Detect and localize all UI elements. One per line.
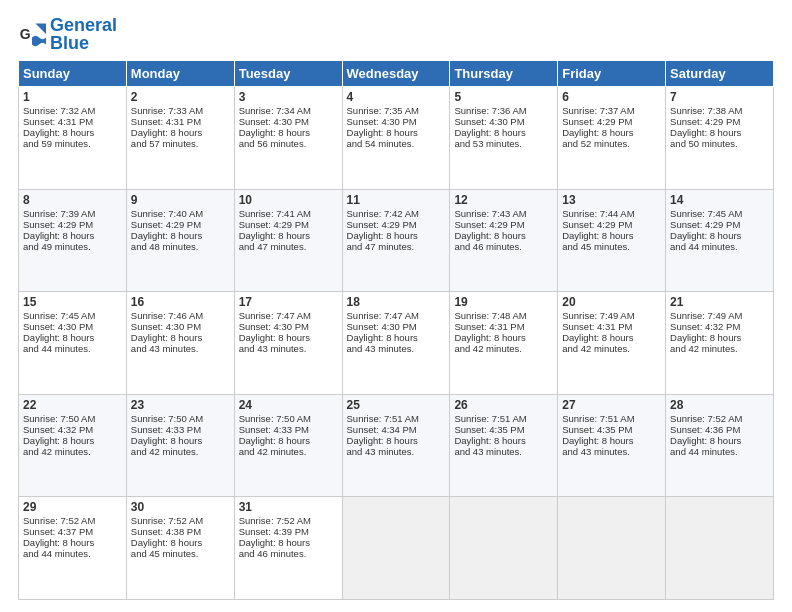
calendar-cell: 10Sunrise: 7:41 AMSunset: 4:29 PMDayligh… [234, 189, 342, 292]
day-number: 28 [670, 398, 769, 412]
calendar-cell: 1Sunrise: 7:32 AMSunset: 4:31 PMDaylight… [19, 87, 127, 190]
logo-icon: G [18, 20, 46, 48]
day-info-line: Daylight: 8 hours [454, 230, 553, 241]
day-number: 18 [347, 295, 446, 309]
day-info-line: Daylight: 8 hours [347, 332, 446, 343]
day-info-line: and 48 minutes. [131, 241, 230, 252]
day-info-line: Sunrise: 7:33 AM [131, 105, 230, 116]
day-info-line: and 46 minutes. [454, 241, 553, 252]
day-info-line: Sunrise: 7:40 AM [131, 208, 230, 219]
day-info-line: Daylight: 8 hours [23, 332, 122, 343]
day-info-line: and 43 minutes. [562, 446, 661, 457]
day-number: 5 [454, 90, 553, 104]
day-info-line: Sunrise: 7:51 AM [454, 413, 553, 424]
day-info-line: Sunrise: 7:50 AM [131, 413, 230, 424]
day-info-line: Sunrise: 7:52 AM [131, 515, 230, 526]
day-number: 17 [239, 295, 338, 309]
calendar-cell: 28Sunrise: 7:52 AMSunset: 4:36 PMDayligh… [666, 394, 774, 497]
calendar-header-monday: Monday [126, 61, 234, 87]
day-info-line: and 52 minutes. [562, 138, 661, 149]
calendar-cell: 30Sunrise: 7:52 AMSunset: 4:38 PMDayligh… [126, 497, 234, 600]
day-info-line: Sunset: 4:31 PM [562, 321, 661, 332]
day-info-line: Sunset: 4:35 PM [454, 424, 553, 435]
day-info-line: Sunrise: 7:35 AM [347, 105, 446, 116]
day-info-line: Sunrise: 7:49 AM [562, 310, 661, 321]
day-number: 25 [347, 398, 446, 412]
day-info-line: Sunset: 4:29 PM [670, 219, 769, 230]
day-info-line: Sunrise: 7:42 AM [347, 208, 446, 219]
calendar-cell: 17Sunrise: 7:47 AMSunset: 4:30 PMDayligh… [234, 292, 342, 395]
day-info-line: Sunset: 4:32 PM [670, 321, 769, 332]
day-number: 16 [131, 295, 230, 309]
day-info-line: and 45 minutes. [562, 241, 661, 252]
day-number: 1 [23, 90, 122, 104]
day-number: 23 [131, 398, 230, 412]
day-number: 11 [347, 193, 446, 207]
day-info-line: Sunset: 4:29 PM [562, 116, 661, 127]
calendar-cell: 23Sunrise: 7:50 AMSunset: 4:33 PMDayligh… [126, 394, 234, 497]
day-info-line: and 44 minutes. [23, 548, 122, 559]
day-info-line: and 42 minutes. [239, 446, 338, 457]
day-info-line: and 47 minutes. [347, 241, 446, 252]
day-number: 26 [454, 398, 553, 412]
day-number: 9 [131, 193, 230, 207]
calendar-week-3: 15Sunrise: 7:45 AMSunset: 4:30 PMDayligh… [19, 292, 774, 395]
day-info-line: Daylight: 8 hours [23, 537, 122, 548]
day-number: 29 [23, 500, 122, 514]
calendar-header-thursday: Thursday [450, 61, 558, 87]
day-info-line: and 44 minutes. [670, 446, 769, 457]
day-info-line: Sunrise: 7:52 AM [670, 413, 769, 424]
day-info-line: Sunset: 4:29 PM [239, 219, 338, 230]
day-info-line: Sunset: 4:30 PM [347, 116, 446, 127]
day-info-line: and 43 minutes. [131, 343, 230, 354]
day-info-line: Sunset: 4:39 PM [239, 526, 338, 537]
calendar-week-4: 22Sunrise: 7:50 AMSunset: 4:32 PMDayligh… [19, 394, 774, 497]
calendar-cell: 13Sunrise: 7:44 AMSunset: 4:29 PMDayligh… [558, 189, 666, 292]
day-info-line: Daylight: 8 hours [23, 230, 122, 241]
day-info-line: Sunset: 4:29 PM [131, 219, 230, 230]
calendar-cell: 25Sunrise: 7:51 AMSunset: 4:34 PMDayligh… [342, 394, 450, 497]
svg-text:G: G [20, 26, 31, 42]
day-info-line: and 43 minutes. [239, 343, 338, 354]
calendar-week-5: 29Sunrise: 7:52 AMSunset: 4:37 PMDayligh… [19, 497, 774, 600]
calendar-cell: 24Sunrise: 7:50 AMSunset: 4:33 PMDayligh… [234, 394, 342, 497]
calendar-cell: 7Sunrise: 7:38 AMSunset: 4:29 PMDaylight… [666, 87, 774, 190]
day-info-line: Sunset: 4:30 PM [239, 116, 338, 127]
calendar-header-wednesday: Wednesday [342, 61, 450, 87]
day-info-line: Daylight: 8 hours [454, 435, 553, 446]
day-info-line: Sunset: 4:36 PM [670, 424, 769, 435]
day-number: 31 [239, 500, 338, 514]
day-info-line: and 42 minutes. [454, 343, 553, 354]
day-info-line: Daylight: 8 hours [131, 127, 230, 138]
calendar-cell: 22Sunrise: 7:50 AMSunset: 4:32 PMDayligh… [19, 394, 127, 497]
day-info-line: Sunrise: 7:45 AM [670, 208, 769, 219]
calendar-cell: 4Sunrise: 7:35 AMSunset: 4:30 PMDaylight… [342, 87, 450, 190]
calendar-header-friday: Friday [558, 61, 666, 87]
logo-text-general: General [50, 16, 117, 34]
day-info-line: Sunrise: 7:39 AM [23, 208, 122, 219]
day-info-line: Sunset: 4:31 PM [23, 116, 122, 127]
day-info-line: Daylight: 8 hours [239, 537, 338, 548]
calendar-cell: 16Sunrise: 7:46 AMSunset: 4:30 PMDayligh… [126, 292, 234, 395]
calendar-cell: 20Sunrise: 7:49 AMSunset: 4:31 PMDayligh… [558, 292, 666, 395]
day-info-line: Daylight: 8 hours [23, 435, 122, 446]
calendar-cell: 21Sunrise: 7:49 AMSunset: 4:32 PMDayligh… [666, 292, 774, 395]
calendar-cell: 2Sunrise: 7:33 AMSunset: 4:31 PMDaylight… [126, 87, 234, 190]
day-info-line: Daylight: 8 hours [131, 332, 230, 343]
day-info-line: Sunset: 4:29 PM [454, 219, 553, 230]
day-info-line: Sunrise: 7:43 AM [454, 208, 553, 219]
calendar-cell: 8Sunrise: 7:39 AMSunset: 4:29 PMDaylight… [19, 189, 127, 292]
day-info-line: and 43 minutes. [347, 446, 446, 457]
day-info-line: and 45 minutes. [131, 548, 230, 559]
calendar-table: SundayMondayTuesdayWednesdayThursdayFrid… [18, 60, 774, 600]
day-info-line: Daylight: 8 hours [131, 435, 230, 446]
day-info-line: Sunset: 4:29 PM [347, 219, 446, 230]
day-info-line: Sunset: 4:33 PM [131, 424, 230, 435]
day-info-line: Sunrise: 7:45 AM [23, 310, 122, 321]
day-number: 20 [562, 295, 661, 309]
day-info-line: Sunset: 4:30 PM [131, 321, 230, 332]
calendar-header-sunday: Sunday [19, 61, 127, 87]
day-info-line: and 53 minutes. [454, 138, 553, 149]
day-info-line: Sunrise: 7:48 AM [454, 310, 553, 321]
calendar-cell: 19Sunrise: 7:48 AMSunset: 4:31 PMDayligh… [450, 292, 558, 395]
